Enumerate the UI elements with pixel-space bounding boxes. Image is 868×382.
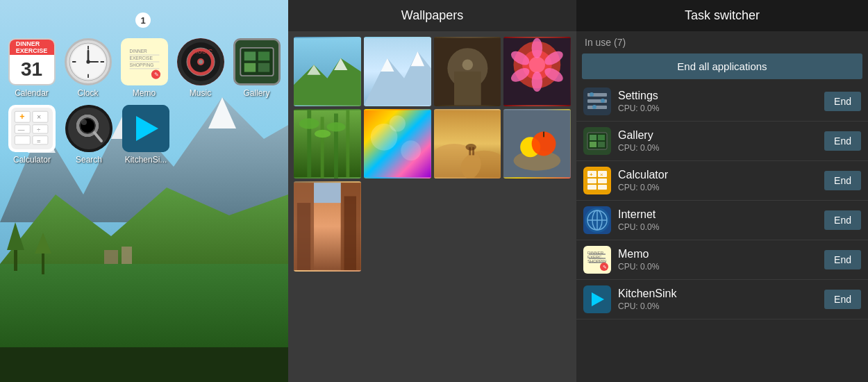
- calculator-task-info: Calculator CPU: 0.0%: [618, 169, 824, 192]
- svg-rect-45: [258, 63, 269, 72]
- task-item-gallery: Gallery CPU: 0.0% End: [576, 122, 868, 161]
- settings-task-name: Settings: [618, 90, 824, 102]
- task-switcher-header: Task switcher: [576, 0, 868, 31]
- app-icon-music[interactable]: MUSIC Music: [176, 38, 225, 98]
- svg-text:✎: ✎: [154, 72, 159, 78]
- svg-rect-112: [543, 132, 544, 138]
- memo-task-info: Memo CPU: 0.0%: [618, 248, 824, 272]
- search-label: Search: [76, 155, 102, 165]
- svg-point-87: [532, 72, 542, 92]
- svg-rect-44: [244, 63, 255, 72]
- calculator-end-button[interactable]: End: [824, 171, 861, 190]
- memo-label: Memo: [133, 88, 156, 98]
- svg-rect-92: [321, 117, 324, 178]
- memo-task-name: Memo: [618, 248, 824, 260]
- svg-point-97: [326, 122, 345, 132]
- svg-rect-138: [598, 185, 607, 190]
- in-use-label: In use (7): [576, 31, 868, 53]
- svg-rect-12: [122, 247, 132, 264]
- svg-rect-118: [344, 196, 356, 269]
- search-icon: [65, 105, 112, 152]
- wallpapers-title: Wallpapers: [401, 8, 463, 22]
- wallpaper-thumb-5[interactable]: [294, 109, 361, 178]
- settings-end-button[interactable]: End: [824, 92, 861, 111]
- wallpaper-thumb-8[interactable]: [503, 109, 571, 178]
- svg-point-23: [86, 60, 90, 63]
- calculator-icon: + × — ÷ =: [8, 105, 56, 152]
- music-icon: MUSIC: [177, 38, 224, 85]
- app-icon-gallery[interactable]: Gallery: [232, 38, 281, 98]
- gallery-end-button[interactable]: End: [824, 131, 861, 151]
- svg-rect-135: [587, 178, 596, 183]
- svg-point-105: [465, 144, 476, 151]
- app-icon-clock[interactable]: Clock: [63, 38, 112, 98]
- wallpapers-panel: Wallpapers: [288, 0, 576, 382]
- kitchensink-end-button[interactable]: End: [824, 290, 861, 309]
- svg-rect-130: [590, 142, 596, 147]
- svg-rect-13: [0, 347, 288, 382]
- wallpaper-thumb-6[interactable]: [364, 109, 431, 178]
- task-list: Settings CPU: 0.0% End Gallery CPU: 0.0%: [576, 82, 868, 382]
- wallpaper-thumb-3[interactable]: [434, 37, 501, 106]
- kitchensink-task-name: KitchenSink: [618, 288, 824, 300]
- clock-icon: [65, 38, 112, 85]
- memo-icon: DINNER EXERCISE SHOPPING ✎: [121, 38, 168, 85]
- svg-text:—: —: [18, 126, 25, 133]
- app-row-2: + × — ÷ = Calculator: [7, 105, 281, 165]
- wallpaper-thumb-4[interactable]: [503, 37, 571, 106]
- svg-point-123: [590, 92, 594, 97]
- memo-end-button[interactable]: End: [824, 250, 861, 269]
- task-item-settings: Settings CPU: 0.0% End: [576, 82, 868, 122]
- gallery-task-cpu: CPU: 0.0%: [618, 143, 824, 153]
- app-icon-calendar[interactable]: DINNEREXERCISE 31 Calendar: [7, 38, 56, 98]
- kitchensink-task-info: KitchenSink CPU: 0.0%: [618, 288, 824, 311]
- svg-rect-136: [598, 178, 607, 183]
- app-icon-memo[interactable]: DINNER EXERCISE SHOPPING ✎ Memo: [119, 38, 169, 98]
- app-icon-kitchensink[interactable]: KitchenSi...: [121, 105, 171, 165]
- svg-point-83: [529, 57, 545, 73]
- wallpaper-thumb-9[interactable]: [294, 181, 361, 272]
- gallery-icon: [233, 38, 281, 85]
- wallpaper-thumb-7[interactable]: [434, 109, 501, 178]
- task-item-calculator: + × Calculator CPU: 0.0% End: [576, 161, 868, 201]
- wallpaper-grid: [288, 31, 576, 382]
- kitchensink-label: KitchenSi...: [125, 155, 167, 165]
- svg-point-101: [390, 115, 406, 131]
- svg-text:SHOPPING: SHOPPING: [129, 63, 153, 67]
- gallery-task-name: Gallery: [618, 129, 824, 142]
- cal-header: DINNEREXERCISE: [10, 40, 54, 55]
- wallpaper-thumb-1[interactable]: [294, 37, 361, 106]
- task-item-kitchensink: KitchenSink CPU: 0.0% End: [576, 280, 868, 319]
- settings-task-cpu: CPU: 0.0%: [618, 103, 824, 113]
- svg-rect-131: [598, 142, 605, 147]
- svg-point-65: [81, 119, 87, 125]
- kitchensink-task-cpu: CPU: 0.0%: [618, 301, 824, 311]
- app-icon-calculator[interactable]: + × — ÷ = Calculator: [7, 105, 57, 165]
- end-all-button[interactable]: End all applications: [582, 53, 862, 79]
- cal-date: 31: [21, 55, 42, 84]
- svg-text:+: +: [590, 172, 593, 178]
- svg-point-38: [199, 60, 203, 64]
- calculator-task-icon: + ×: [583, 167, 611, 194]
- app-icon-search[interactable]: Search: [64, 105, 114, 165]
- music-label: Music: [190, 88, 211, 98]
- task-item-memo: DINNER EXERC. SHOPPIN ✎ Memo CPU: 0.0% E…: [576, 240, 868, 280]
- calculator-task-cpu: CPU: 0.0%: [618, 183, 824, 192]
- internet-task-cpu: CPU: 0.0%: [618, 222, 824, 232]
- app-grid: DINNEREXERCISE 31 Calendar: [0, 38, 288, 172]
- svg-rect-137: [587, 185, 596, 190]
- internet-end-button[interactable]: End: [824, 210, 861, 230]
- notification-badge: 1: [135, 13, 151, 28]
- calculator-task-name: Calculator: [618, 169, 824, 181]
- calendar-label: Calendar: [15, 88, 49, 98]
- wallpaper-thumb-2[interactable]: [364, 37, 431, 106]
- svg-text:MUSIC: MUSIC: [192, 48, 213, 55]
- svg-rect-11: [104, 250, 118, 264]
- svg-rect-94: [346, 110, 349, 178]
- svg-rect-107: [472, 147, 474, 156]
- svg-rect-42: [244, 51, 255, 60]
- svg-rect-116: [314, 183, 341, 203]
- svg-rect-122: [587, 106, 607, 109]
- internet-task-info: Internet CPU: 0.0%: [618, 208, 824, 232]
- task-item-internet: Internet CPU: 0.0% End: [576, 201, 868, 240]
